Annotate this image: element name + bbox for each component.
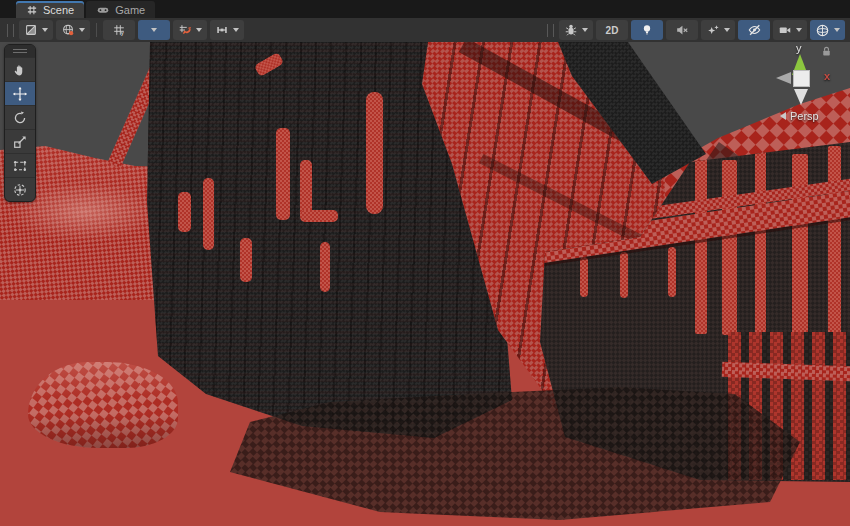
dropdown-arrow-icon [151, 28, 157, 32]
dropdown-arrow-icon [582, 28, 588, 32]
tab-scene-label: Scene [43, 4, 74, 16]
effects-toggle-button[interactable] [701, 20, 735, 40]
projection-toggle[interactable]: Persp [780, 110, 819, 122]
tab-game-label: Game [115, 4, 145, 16]
lit-post [203, 178, 214, 250]
shed-plank [755, 150, 766, 335]
svg-text:y: y [121, 30, 124, 36]
dropdown-arrow-icon [834, 28, 840, 32]
2d-mode-button[interactable]: 2D [596, 20, 628, 40]
transform-tool-button[interactable] [5, 177, 35, 201]
grid-visibility-button[interactable]: y [103, 20, 135, 40]
scene-camera-button[interactable] [56, 20, 90, 40]
scene-toolbar: y 2D [0, 18, 850, 43]
transform-icon [12, 182, 28, 198]
trough-shading [28, 362, 178, 448]
scene-viewport[interactable]: y x Persp [0, 42, 850, 526]
fence-gap [580, 257, 588, 297]
gizmo-lock-icon[interactable] [820, 45, 833, 58]
unity-editor-window: Scene Game y [0, 0, 850, 526]
eye-slash-icon [747, 23, 762, 37]
lit-beam [300, 210, 338, 222]
audio-toggle-button[interactable] [666, 20, 698, 40]
move-icon [12, 86, 28, 102]
toolbar-separator [96, 23, 97, 37]
shed-plank [695, 154, 707, 334]
gizmo-center-cube[interactable] [793, 70, 810, 87]
shed-plank [828, 146, 841, 336]
overlay-drag-handle[interactable] [7, 24, 14, 37]
rect-tool-button[interactable] [5, 153, 35, 177]
grid-icon: y [112, 23, 126, 37]
tab-bar: Scene Game [0, 0, 850, 18]
lit-post [320, 242, 330, 292]
lit-post [276, 128, 290, 220]
dropdown-arrow-icon [196, 28, 202, 32]
orientation-gizmo: y x Persp [756, 42, 850, 172]
gizmo-x-label: x [824, 70, 830, 82]
bulb-icon [640, 23, 654, 37]
view-hand-tool-button[interactable] [5, 57, 35, 81]
dropdown-arrow-icon [724, 28, 730, 32]
fence-gap [620, 252, 628, 298]
tools-overlay [4, 44, 36, 202]
gamepad-icon [96, 4, 110, 16]
scene-visibility-button[interactable] [738, 20, 770, 40]
rotate-tool-button[interactable] [5, 105, 35, 129]
hand-icon [12, 62, 28, 78]
rotate-icon [12, 110, 28, 126]
chevron-left-icon [780, 112, 786, 120]
gizmo-y-label: y [796, 42, 802, 54]
grid-visibility-dropdown[interactable] [138, 20, 170, 40]
bug-icon [564, 23, 578, 37]
scale-icon [12, 134, 28, 150]
tab-scene[interactable]: Scene [16, 1, 84, 18]
camera-settings-button[interactable] [773, 20, 807, 40]
lit-post [178, 192, 191, 232]
rendering-debug-button[interactable] [559, 20, 593, 40]
tool-handle-button[interactable] [210, 20, 244, 40]
gizmo-x-axis-cone[interactable] [776, 72, 791, 84]
shed-plank [792, 154, 808, 334]
effects-star-icon [706, 23, 720, 37]
scene-view-icon [26, 4, 38, 16]
rect-icon [12, 158, 28, 174]
globe-icon [61, 23, 75, 37]
gizmos-sphere-icon [815, 23, 830, 38]
draw-mode-button[interactable] [19, 20, 53, 40]
lit-post [366, 92, 383, 214]
gizmo-down-cone[interactable] [794, 89, 808, 105]
lit-post [240, 238, 252, 282]
lighting-toggle-button[interactable] [631, 20, 663, 40]
overlay-handle[interactable] [5, 45, 35, 57]
dropdown-arrow-icon [233, 28, 239, 32]
tab-game[interactable]: Game [86, 1, 155, 18]
camera-icon [778, 23, 792, 37]
shed-plank [722, 160, 737, 335]
dropdown-arrow-icon [42, 28, 48, 32]
overlay-drag-handle[interactable] [547, 24, 554, 37]
2d-mode-label: 2D [606, 25, 619, 36]
projection-label: Persp [790, 110, 819, 122]
scale-tool-button[interactable] [5, 129, 35, 153]
dropdown-arrow-icon [796, 28, 802, 32]
gizmos-toggle-button[interactable] [810, 20, 845, 40]
tool-handle-icon [215, 23, 229, 37]
fence-gap [668, 247, 676, 297]
water-trough [28, 362, 178, 448]
snap-increment-button[interactable] [173, 20, 207, 40]
dropdown-arrow-icon [79, 28, 85, 32]
snap-magnet-icon [178, 23, 192, 37]
move-tool-button[interactable] [5, 81, 35, 105]
speaker-muted-icon [675, 23, 689, 37]
shaded-mode-icon [24, 23, 38, 37]
